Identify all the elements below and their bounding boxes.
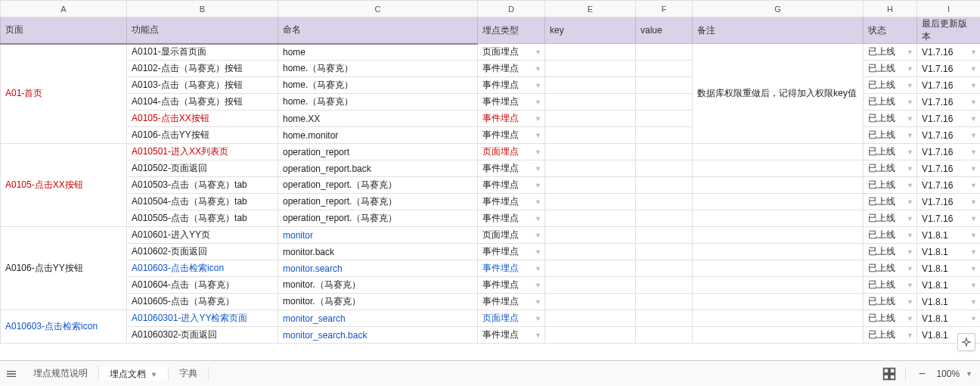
cell-type[interactable]: 页面埋点▼: [478, 44, 545, 61]
col-letter[interactable]: G: [693, 1, 864, 17]
col-letter[interactable]: H: [864, 1, 917, 17]
cell-version[interactable]: V1.8.1▼: [917, 294, 981, 310]
cell-remark[interactable]: [693, 144, 864, 160]
cell-key[interactable]: [545, 277, 636, 294]
cell-value[interactable]: [636, 160, 693, 177]
cell-version[interactable]: V1.7.16▼: [917, 194, 981, 210]
cell-status[interactable]: 已上线▼: [864, 294, 917, 310]
cell-feature[interactable]: A0104-点击（马赛克）按钮: [127, 94, 278, 111]
cell-naming[interactable]: home.（马赛克）: [278, 77, 478, 94]
cell-naming[interactable]: operation_report.（马赛克）: [278, 177, 478, 194]
table-row[interactable]: A010502-页面返回operation_report.back事件埋点▼已上…: [1, 160, 981, 177]
col-letter[interactable]: I: [917, 1, 981, 17]
cell-remark[interactable]: [693, 244, 864, 260]
cell-naming[interactable]: home.（马赛克）: [278, 61, 478, 77]
cell-feature[interactable]: A010604-点击（马赛克）: [127, 277, 278, 294]
cell-feature[interactable]: A010502-页面返回: [127, 160, 278, 177]
cell-status[interactable]: 已上线▼: [864, 144, 917, 160]
cell-remark[interactable]: [693, 160, 864, 177]
cell-version[interactable]: V1.7.16▼: [917, 94, 981, 111]
cell-remark[interactable]: [693, 327, 864, 344]
cell-remark[interactable]: [693, 227, 864, 244]
table-row[interactable]: A010505-点击（马赛克）taboperation_report.（马赛克）…: [1, 210, 981, 227]
cell-type[interactable]: 事件埋点▼: [478, 111, 545, 127]
view-toggle-button[interactable]: [881, 366, 898, 382]
cell-type[interactable]: 事件埋点▼: [478, 260, 545, 277]
cell-type[interactable]: 事件埋点▼: [478, 327, 545, 344]
cell-value[interactable]: [636, 327, 693, 344]
cell-type[interactable]: 事件埋点▼: [478, 77, 545, 94]
table-row[interactable]: A010503-点击（马赛克）taboperation_report.（马赛克）…: [1, 177, 981, 194]
cell-feature[interactable]: A010505-点击（马赛克）tab: [127, 210, 278, 227]
cell-key[interactable]: [545, 160, 636, 177]
all-sheets-button[interactable]: [0, 368, 23, 380]
cell-page[interactable]: A01-首页: [1, 44, 127, 144]
cell-value[interactable]: [636, 127, 693, 144]
cell-naming[interactable]: operation_report.back: [278, 160, 478, 177]
table-row[interactable]: A010602-页面返回monitor.back事件埋点▼已上线▼V1.8.1▼: [1, 244, 981, 260]
cell-key[interactable]: [545, 44, 636, 61]
cell-status[interactable]: 已上线▼: [864, 210, 917, 227]
cell-version[interactable]: V1.7.16▼: [917, 77, 981, 94]
cell-status[interactable]: 已上线▼: [864, 177, 917, 194]
table-row[interactable]: A0105-点击XX按钮A010501-进入XX列表页operation_rep…: [1, 144, 981, 160]
cell-remark[interactable]: 数据库权限重做后，记得加入权限key值: [693, 44, 864, 144]
header-naming[interactable]: 命名: [278, 17, 478, 44]
cell-version[interactable]: V1.7.16▼: [917, 44, 981, 61]
cell-naming[interactable]: operation_report.（马赛克）: [278, 210, 478, 227]
table-row[interactable]: A010504-点击（马赛克）taboperation_report.（马赛克）…: [1, 194, 981, 210]
cell-key[interactable]: [545, 327, 636, 344]
col-letter[interactable]: A: [1, 1, 127, 17]
cell-type[interactable]: 事件埋点▼: [478, 277, 545, 294]
cell-value[interactable]: [636, 210, 693, 227]
cell-naming[interactable]: operation_report: [278, 144, 478, 160]
sheet-tab[interactable]: 埋点规范说明: [23, 366, 99, 381]
cell-version[interactable]: V1.8.1▼: [917, 277, 981, 294]
cell-status[interactable]: 已上线▼: [864, 160, 917, 177]
cell-key[interactable]: [545, 94, 636, 111]
cell-value[interactable]: [636, 194, 693, 210]
cell-type[interactable]: 事件埋点▼: [478, 210, 545, 227]
cell-page[interactable]: A0106-点击YY按钮: [1, 227, 127, 310]
cell-key[interactable]: [545, 294, 636, 310]
cell-type[interactable]: 事件埋点▼: [478, 127, 545, 144]
cell-key[interactable]: [545, 194, 636, 210]
table-row[interactable]: A010605-点击（马赛克）monitor.（马赛克）事件埋点▼已上线▼V1.…: [1, 294, 981, 310]
cell-status[interactable]: 已上线▼: [864, 94, 917, 111]
cell-type[interactable]: 事件埋点▼: [478, 94, 545, 111]
cell-feature[interactable]: A0103-点击（马赛克）按钮: [127, 77, 278, 94]
cell-feature[interactable]: A0101-显示首页面: [127, 44, 278, 61]
cell-naming[interactable]: home: [278, 44, 478, 61]
cell-key[interactable]: [545, 227, 636, 244]
header-value[interactable]: value: [636, 17, 693, 44]
cell-naming[interactable]: home.monitor: [278, 127, 478, 144]
cell-version[interactable]: V1.7.16▼: [917, 127, 981, 144]
cell-value[interactable]: [636, 144, 693, 160]
cell-remark[interactable]: [693, 210, 864, 227]
cell-type[interactable]: 事件埋点▼: [478, 294, 545, 310]
cell-remark[interactable]: [693, 177, 864, 194]
table-row[interactable]: A01060302-页面返回monitor_search.back事件埋点▼已上…: [1, 327, 981, 344]
cell-value[interactable]: [636, 94, 693, 111]
cell-version[interactable]: V1.7.16▼: [917, 160, 981, 177]
cell-version[interactable]: V1.8.1▼: [917, 310, 981, 327]
cell-status[interactable]: 已上线▼: [864, 244, 917, 260]
cell-naming[interactable]: home.（马赛克）: [278, 94, 478, 111]
cell-version[interactable]: V1.7.16▼: [917, 177, 981, 194]
cell-key[interactable]: [545, 177, 636, 194]
cell-feature[interactable]: A01060301-进入YY检索页面: [127, 310, 278, 327]
chevron-down-icon[interactable]: ▼: [150, 371, 157, 378]
cell-key[interactable]: [545, 61, 636, 77]
cell-key[interactable]: [545, 144, 636, 160]
zoom-level[interactable]: 100%: [936, 369, 960, 379]
cell-type[interactable]: 事件埋点▼: [478, 244, 545, 260]
cell-type[interactable]: 事件埋点▼: [478, 61, 545, 77]
cell-naming[interactable]: monitor_search.back: [278, 327, 478, 344]
cell-type[interactable]: 页面埋点▼: [478, 310, 545, 327]
cell-status[interactable]: 已上线▼: [864, 227, 917, 244]
cell-value[interactable]: [636, 77, 693, 94]
zoom-dropdown-icon[interactable]: ▼: [966, 370, 972, 378]
cell-key[interactable]: [545, 310, 636, 327]
header-remark[interactable]: 备注: [693, 17, 864, 44]
cell-naming[interactable]: monitor.search: [278, 260, 478, 277]
